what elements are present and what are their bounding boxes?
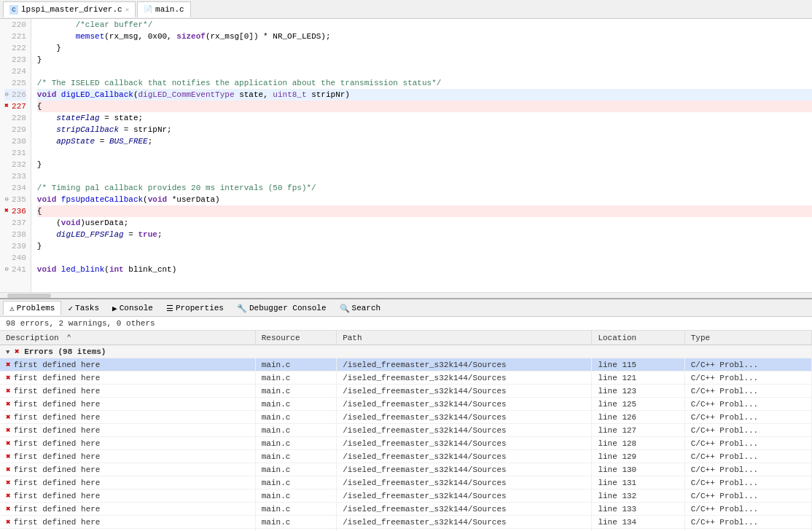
error-group-row[interactable]: ▼ ✖ Errors (98 items) xyxy=(0,345,812,358)
table-row[interactable]: ✖ first defined here main.c /iseled_free… xyxy=(0,424,812,437)
code-lines[interactable]: /*clear buffer*/ memset(rx_msg, 0x00, si… xyxy=(31,19,812,292)
code-line-230: appState = BUS_FREE; xyxy=(37,135,812,147)
col-header-location[interactable]: Location xyxy=(592,331,684,345)
code-line-237: (void)userData; xyxy=(37,217,812,229)
ln-220: 220 xyxy=(4,19,26,31)
ln-238: 238 xyxy=(4,229,26,240)
tab-main[interactable]: 📄 main.c xyxy=(137,1,191,17)
ln-228: 228 xyxy=(4,112,26,124)
group-expand-arrow[interactable]: ▼ xyxy=(6,349,9,356)
tab-lpspi[interactable]: c lpspi_master_driver.c ✕ xyxy=(3,1,136,17)
col-header-resource[interactable]: Resource xyxy=(255,331,336,345)
error-resource: main.c xyxy=(255,424,336,437)
col-header-path[interactable]: Path xyxy=(337,331,592,345)
problems-data-table: Description ⌃ Resource Path Location Typ… xyxy=(0,331,812,531)
tab-tasks[interactable]: ✓ Tasks xyxy=(61,301,106,315)
code-line-234: /* Timing pal callback provides 20 ms in… xyxy=(37,182,812,194)
error-type: C/C++ Probl... xyxy=(684,358,811,371)
table-row[interactable]: ✖ first defined here main.c /iseled_free… xyxy=(0,437,812,450)
table-row[interactable]: ✖ first defined here main.c /iseled_free… xyxy=(0,476,812,489)
table-row[interactable]: ✖ first defined here main.c /iseled_free… xyxy=(0,358,812,371)
error-desc: ✖ first defined here xyxy=(0,516,255,529)
error-path: /iseled_freemaster_s32k144/Sources xyxy=(337,489,592,503)
col-header-description[interactable]: Description ⌃ xyxy=(0,331,255,345)
tab-properties[interactable]: ☰ Properties xyxy=(160,301,230,315)
error-resource: main.c xyxy=(255,371,336,385)
tab-console[interactable]: ▶ Console xyxy=(106,301,160,315)
tab-tasks-label: Tasks xyxy=(75,304,99,312)
table-row[interactable]: ✖ first defined here main.c /iseled_free… xyxy=(0,489,812,503)
ln-223: 223 xyxy=(4,54,26,66)
problems-table[interactable]: Description ⌃ Resource Path Location Typ… xyxy=(0,331,812,531)
error-location: line 129 xyxy=(592,450,684,463)
error-desc: ✖ first defined here xyxy=(0,463,255,476)
fold-icon-226[interactable]: ⊖ xyxy=(5,89,9,101)
editor-scrollbar-thumb[interactable] xyxy=(7,294,51,298)
table-row[interactable]: ✖ first defined here main.c /iseled_free… xyxy=(0,385,812,398)
error-icon: ✖ xyxy=(6,465,11,474)
error-desc: ✖ first defined here xyxy=(0,424,255,437)
error-desc: ✖ first defined here xyxy=(0,476,255,489)
error-type: C/C++ Probl... xyxy=(684,476,811,489)
error-resource: main.c xyxy=(255,516,336,529)
properties-icon: ☰ xyxy=(166,304,173,313)
table-row[interactable]: ✖ first defined here main.c /iseled_free… xyxy=(0,398,812,411)
table-row[interactable]: ✖ first defined here main.c /iseled_free… xyxy=(0,516,812,529)
tab-console-label: Console xyxy=(120,304,153,312)
table-row[interactable]: ✖ first defined here main.c /iseled_free… xyxy=(0,411,812,424)
ln-226: ⊖226 xyxy=(4,89,26,101)
error-path: /iseled_freemaster_s32k144/Sources xyxy=(337,529,592,532)
error-desc: ✖ first defined here xyxy=(0,385,255,398)
fold-icon-241[interactable]: ⊖ xyxy=(5,264,9,275)
table-row[interactable]: ✖ first defined here main.c /iseled_free… xyxy=(0,463,812,476)
tab-debugger-label: Debugger Console xyxy=(249,304,327,312)
code-line-236: { xyxy=(37,205,812,217)
error-path: /iseled_freemaster_s32k144/Sources xyxy=(337,476,592,489)
table-row[interactable]: ✖ first defined here main.c /iseled_free… xyxy=(0,529,812,532)
error-type: C/C++ Probl... xyxy=(684,371,811,385)
table-row[interactable]: ✖ first defined here main.c /iseled_free… xyxy=(0,450,812,463)
table-row[interactable]: ✖ first defined here main.c /iseled_free… xyxy=(0,503,812,516)
group-label-text: Errors (98 items) xyxy=(24,347,106,356)
error-type: C/C++ Probl... xyxy=(684,385,811,398)
bottom-panel: ⚠ Problems ✓ Tasks ▶ Console ☰ Propertie… xyxy=(0,298,812,531)
main-file-icon: 📄 xyxy=(144,5,152,14)
editor-horizontal-scrollbar[interactable] xyxy=(0,292,812,298)
ln-233: 233 xyxy=(4,170,26,182)
code-line-238: digLED_FPSFlag = true; xyxy=(37,229,812,240)
problems-summary: 98 errors, 2 warnings, 0 others xyxy=(0,317,812,331)
tab-label-main: main.c xyxy=(155,5,184,14)
problems-body: ▼ ✖ Errors (98 items) ✖ first defined he… xyxy=(0,345,812,532)
problems-icon: ⚠ xyxy=(9,304,15,313)
ln-239: 239 xyxy=(4,240,26,252)
tab-problems[interactable]: ⚠ Problems xyxy=(3,301,61,315)
error-location: line 128 xyxy=(592,437,684,450)
group-error-icon: ✖ xyxy=(15,347,24,356)
error-icon: ✖ xyxy=(6,438,11,448)
error-path: /iseled_freemaster_s32k144/Sources xyxy=(337,371,592,385)
fold-icon-235[interactable]: ⊖ xyxy=(5,194,9,205)
table-row[interactable]: ✖ first defined here main.c /iseled_free… xyxy=(0,371,812,385)
code-content: 220 221 222 223 224 225 ⊖226 ✖227 228 22… xyxy=(0,19,812,292)
error-desc: ✖ first defined here xyxy=(0,398,255,411)
col-header-type[interactable]: Type xyxy=(684,331,811,345)
error-type: C/C++ Probl... xyxy=(684,489,811,503)
error-desc: ✖ first defined here xyxy=(0,450,255,463)
error-resource: main.c xyxy=(255,450,336,463)
error-location: line 126 xyxy=(592,411,684,424)
code-line-225: /* The ISELED callback that notifies the… xyxy=(37,77,812,89)
error-resource: main.c xyxy=(255,489,336,503)
error-type: C/C++ Probl... xyxy=(684,529,811,532)
ln-222: 222 xyxy=(4,42,26,54)
error-resource: main.c xyxy=(255,476,336,489)
error-location: line 130 xyxy=(592,463,684,476)
tab-debugger-console[interactable]: 🔧 Debugger Console xyxy=(230,301,333,315)
code-line-220: /*clear buffer*/ xyxy=(37,19,812,31)
tab-search[interactable]: 🔍 Search xyxy=(333,301,388,315)
ln-237: 237 xyxy=(4,217,26,229)
error-desc: ✖ first defined here xyxy=(0,489,255,503)
code-line-239: } xyxy=(37,240,812,252)
error-path: /iseled_freemaster_s32k144/Sources xyxy=(337,503,592,516)
tab-search-label: Search xyxy=(352,304,381,312)
error-icon: ✖ xyxy=(6,360,11,369)
